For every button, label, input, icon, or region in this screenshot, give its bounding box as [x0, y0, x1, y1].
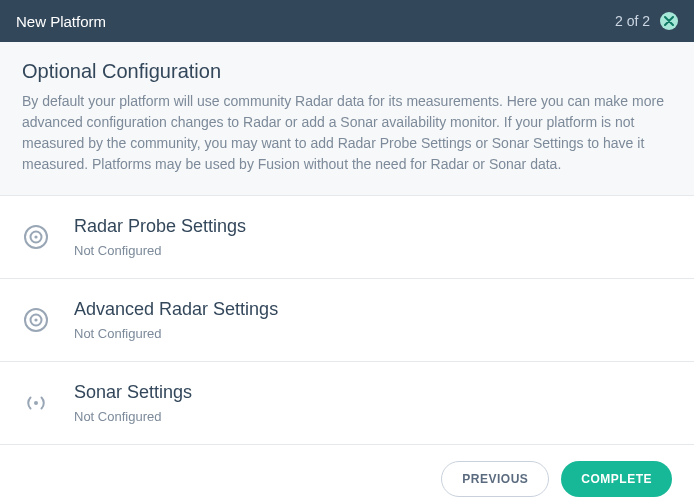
complete-button[interactable]: COMPLETE: [561, 461, 672, 497]
row-status: Not Configured: [74, 409, 192, 424]
sonar-icon: [22, 390, 50, 416]
row-status: Not Configured: [74, 243, 246, 258]
modal-header: New Platform 2 of 2: [0, 0, 694, 42]
radar-icon: [22, 307, 50, 333]
previous-button[interactable]: PREVIOUS: [441, 461, 549, 497]
row-advanced-radar-settings[interactable]: Advanced Radar Settings Not Configured: [0, 279, 694, 362]
intro-section: Optional Configuration By default your p…: [0, 42, 694, 196]
modal-title: New Platform: [16, 13, 106, 30]
close-button[interactable]: [660, 12, 678, 30]
row-radar-probe-settings[interactable]: Radar Probe Settings Not Configured: [0, 196, 694, 279]
close-icon: [664, 16, 674, 26]
step-indicator: 2 of 2: [615, 13, 650, 29]
row-text: Advanced Radar Settings Not Configured: [74, 299, 278, 341]
row-title: Sonar Settings: [74, 382, 192, 403]
radar-icon: [22, 224, 50, 250]
row-status: Not Configured: [74, 326, 278, 341]
section-heading: Optional Configuration: [22, 60, 672, 83]
svg-point-5: [34, 318, 37, 321]
row-title: Radar Probe Settings: [74, 216, 246, 237]
settings-list: Radar Probe Settings Not Configured Adva…: [0, 196, 694, 445]
svg-point-2: [34, 235, 37, 238]
row-text: Radar Probe Settings Not Configured: [74, 216, 246, 258]
header-right: 2 of 2: [615, 12, 678, 30]
footer: PREVIOUS COMPLETE: [0, 445, 694, 502]
row-title: Advanced Radar Settings: [74, 299, 278, 320]
svg-point-6: [34, 401, 38, 405]
row-sonar-settings[interactable]: Sonar Settings Not Configured: [0, 362, 694, 445]
row-text: Sonar Settings Not Configured: [74, 382, 192, 424]
section-description: By default your platform will use commun…: [22, 91, 672, 175]
